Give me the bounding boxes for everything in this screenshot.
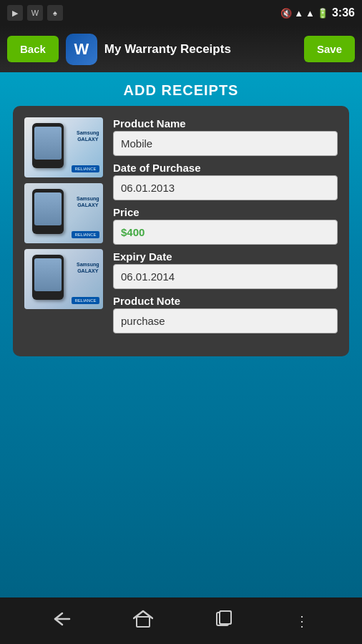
product-images-column: SamsungGALAXY RELIANCE SamsungGALAXY REL… (24, 117, 103, 333)
wifi-icon: ▲ (294, 8, 303, 19)
status-bar-right: 🔇 ▲ ▲ 🔋 3:36 (280, 6, 355, 19)
app-title: My Warranty Receipts (104, 42, 231, 57)
product-image-1[interactable]: SamsungGALAXY RELIANCE (24, 117, 103, 177)
date-of-purchase-label: Date of Purchase (113, 162, 338, 174)
bottom-nav: ⋮ (0, 597, 362, 644)
page-title-bar: ADD RECEIPTS (0, 72, 362, 106)
status-bar-left: ▶ W ♠ (7, 5, 63, 21)
date-of-purchase-field-group: Date of Purchase (113, 162, 338, 200)
nav-back-button[interactable] (38, 605, 87, 638)
expiry-date-field-group: Expiry Date (113, 250, 338, 289)
svg-rect-1 (137, 617, 150, 627)
phone-box-label-3: SamsungGALAXY (77, 261, 99, 274)
price-input[interactable] (113, 220, 338, 245)
product-note-field-group: Product Note (113, 295, 338, 333)
toolbar: Back W My Warranty Receipts Save (0, 26, 362, 72)
app-logo: W (66, 34, 97, 65)
recent-apps-icon (214, 610, 234, 628)
back-arrow-icon (52, 610, 72, 628)
price-field-group: Price (113, 206, 338, 245)
product-name-label: Product Name (113, 117, 338, 130)
phone-box-img-3: SamsungGALAXY RELIANCE (24, 249, 103, 309)
svg-rect-3 (220, 611, 231, 624)
product-name-field-group: Product Name (113, 117, 338, 156)
product-note-input[interactable] (113, 308, 338, 333)
signal-icon: ▲ (305, 8, 315, 19)
add-receipts-card: SamsungGALAXY RELIANCE SamsungGALAXY REL… (13, 106, 349, 356)
product-name-input[interactable] (113, 131, 338, 156)
nav-home-button[interactable] (119, 604, 167, 638)
page-title: ADD RECEIPTS (0, 82, 362, 99)
battery-icon: 🔋 (317, 8, 328, 19)
phone-box-img-1: SamsungGALAXY RELIANCE (24, 117, 103, 177)
date-of-purchase-input[interactable] (113, 175, 338, 200)
status-bar: ▶ W ♠ 🔇 ▲ ▲ 🔋 3:36 (0, 0, 362, 26)
product-note-label: Product Note (113, 295, 338, 307)
expiry-date-label: Expiry Date (113, 250, 338, 263)
price-label: Price (113, 206, 338, 218)
nav-more-button[interactable]: ⋮ (280, 607, 324, 635)
signal-icons: 🔇 ▲ ▲ 🔋 (280, 8, 328, 19)
play-icon: ▶ (7, 5, 23, 21)
phone-box-label-2: SamsungGALAXY (77, 195, 99, 208)
reliance-badge-2: RELIANCE (72, 231, 99, 238)
w-icon: W (27, 5, 43, 21)
reliance-badge-1: RELIANCE (72, 165, 99, 172)
product-image-3[interactable]: SamsungGALAXY RELIANCE (24, 249, 103, 309)
back-button[interactable]: Back (7, 36, 59, 62)
status-time: 3:36 (332, 6, 355, 19)
phone-box-img-2: SamsungGALAXY RELIANCE (24, 183, 103, 243)
form-fields: Product Name Date of Purchase Price Expi… (113, 117, 338, 333)
phone-box-label-1: SamsungGALAXY (77, 130, 99, 142)
save-button[interactable]: Save (304, 36, 355, 62)
reliance-badge-3: RELIANCE (72, 297, 99, 304)
nav-recent-button[interactable] (200, 604, 248, 638)
product-image-2[interactable]: SamsungGALAXY RELIANCE (24, 183, 103, 243)
mute-icon: 🔇 (280, 8, 292, 19)
app-logo-text: W (74, 40, 89, 59)
expiry-date-input[interactable] (113, 264, 338, 289)
home-icon (133, 610, 153, 628)
app-icon: ♠ (47, 5, 63, 21)
